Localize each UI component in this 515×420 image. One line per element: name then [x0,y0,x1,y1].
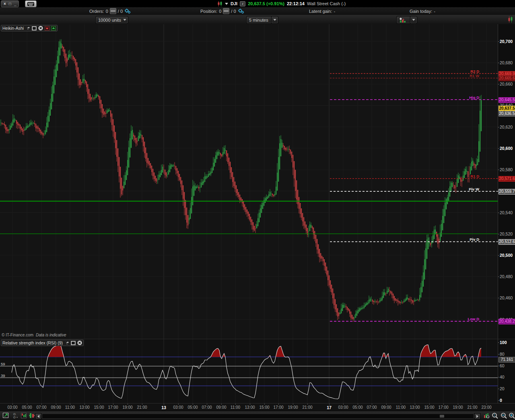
rsi-tick-mark [498,377,499,377]
maximize-window-icon[interactable]: □ [9,2,11,6]
chevron-down-icon [273,19,276,21]
rsi-title: Relative strength index (RSI) (9) [2,340,63,345]
sell-order-icon[interactable] [45,26,49,31]
price-axis[interactable]: 20,44020,46020,48020,50020,52020,54020,5… [498,24,515,339]
time-tick-mark [486,404,487,405]
zoom-out-button[interactable] [500,412,507,419]
quantity-dropdown[interactable]: 10000 units [95,16,128,24]
time-tick-mark [193,404,193,405]
price-tick-label: 20,540 [500,210,515,215]
time-tick-mark [264,404,265,405]
rsi-tick-label: 100 [500,340,515,345]
minimize-window-icon[interactable]: _ [14,2,16,6]
rsi-settings-wrench-icon[interactable] [64,341,69,345]
orders-label: Orders: [89,9,104,14]
time-tick-mark [27,404,27,405]
time-tick-mark [278,404,279,405]
timeframe-caret-segment[interactable] [271,16,278,23]
time-tick-mark [472,404,473,405]
rsi-axis[interactable]: 10080604020071.161 [498,339,515,404]
price-tick-mark [498,255,499,256]
latent-gain-label: Latent gain: [309,9,332,14]
add-indicator-icon [399,17,407,23]
position-list-icon[interactable] [223,8,229,14]
close-chart-icon[interactable] [38,26,43,31]
zoom-in-button[interactable] [508,412,515,419]
price-tick-label: 20,580 [500,167,515,172]
indicator-caret-segment[interactable] [410,16,417,23]
instrument-header: DJI i 20,637.5 (+0.91%) 22:12:14 Wall St… [217,0,346,7]
chart-scrollbar-thumb[interactable] [440,415,444,418]
price-tick-mark [498,213,499,213]
scroll-left-button[interactable] [35,413,41,419]
gain-today-value: - [434,9,435,14]
rsi-canvas[interactable] [0,339,498,404]
compare-charts-button[interactable] [28,412,35,419]
price-chart-panel: R2 DR1 WHig DR1 DPiv WPiv DLow D 20,4402… [0,24,515,339]
time-tick-mark [372,404,372,405]
keyboard-button[interactable] [25,0,37,7]
level-price-badge: 20,438.2 [499,319,515,324]
time-tick-label: 21:00 [133,405,151,410]
copyright-line: © IT-Finance.comData is indicative [2,333,66,337]
level-price-badge: 20,559.7 [499,189,515,195]
chart-scrollbar-track[interactable] [42,414,474,419]
statusbar: Orders: 0 / 0 Position: 0 / 0 [0,7,515,15]
drawing-tools-button[interactable] [2,412,10,419]
mini-chart-button[interactable] [20,412,27,419]
price-tick-label: 20,500 [500,253,515,258]
detach-window-icon[interactable] [32,26,37,31]
mini-chart-icon [21,413,27,418]
position-settings-gears-icon[interactable] [238,8,244,14]
position-count-2: / 0 [231,9,236,14]
scroll-right-button[interactable] [474,413,480,419]
chart-mode-candlestick-icon[interactable] [508,16,513,23]
price-tick-label: 20,680 [500,60,515,65]
price-tick-label: 20,520 [500,232,515,236]
time-tick-mark [84,404,85,405]
settings-wrench-icon[interactable] [25,26,30,31]
position-label: Position: [200,9,217,14]
chevron-down-icon [123,19,126,21]
instrument-dropdown-caret[interactable] [225,3,228,5]
time-axis[interactable]: 03:0005:0007:0009:0011:0013:0015:0017:00… [0,403,515,411]
time-tick-mark [235,404,236,405]
position-group: Position: 0 / 0 [200,7,244,15]
orders-count: 0 [106,9,108,14]
zoom-fit-button[interactable] [483,412,490,419]
orders-list-icon[interactable] [110,8,116,14]
copyright-text: © IT-Finance.com [2,333,33,337]
orders-settings-gears-icon[interactable] [124,8,131,14]
rsi-detach-window-icon[interactable] [71,341,76,345]
time-tick-mark [415,404,415,405]
current-price-badge: 20,637.5 [499,106,515,111]
rsi-tick-label: 0 [500,398,515,403]
level-price-badge: 20,571.6 [499,176,515,182]
add-indicator-button[interactable] [396,16,417,24]
info-icon[interactable]: i [240,1,245,6]
chevron-down-icon [412,19,415,21]
rsi-close-icon[interactable] [77,340,82,345]
close-window-icon[interactable]: × [4,2,6,6]
rsi-tick-label: 40 [500,375,515,379]
instrument-name[interactable]: DJI [231,1,237,6]
price-chart-canvas[interactable] [0,24,498,339]
level-price-badge: 20,645.5 [499,97,515,103]
scroll-left-icon [37,415,39,418]
time-tick-mark [221,404,222,405]
price-tick-label: 20,700 [500,39,515,44]
rsi-tick-label: 60 [500,363,515,368]
market-time: 22:12:14 [287,1,305,6]
orders-count-2: / 0 [118,9,123,14]
rsi-tick-label: 20 [500,386,515,391]
timeframe-dropdown[interactable]: 5 minutes [246,16,278,24]
time-tick-mark [329,404,330,405]
rsi-tick-mark [498,342,499,343]
gain-today-label: Gain today: [410,9,432,14]
time-tick-mark [429,404,430,405]
buy-order-icon[interactable] [51,26,56,31]
candlestick-icon [217,1,222,6]
orders-tool-button[interactable]: O. O [12,412,19,419]
zoom-vertical-button[interactable] [491,412,499,419]
price-tick-label: 20,660 [500,82,515,86]
